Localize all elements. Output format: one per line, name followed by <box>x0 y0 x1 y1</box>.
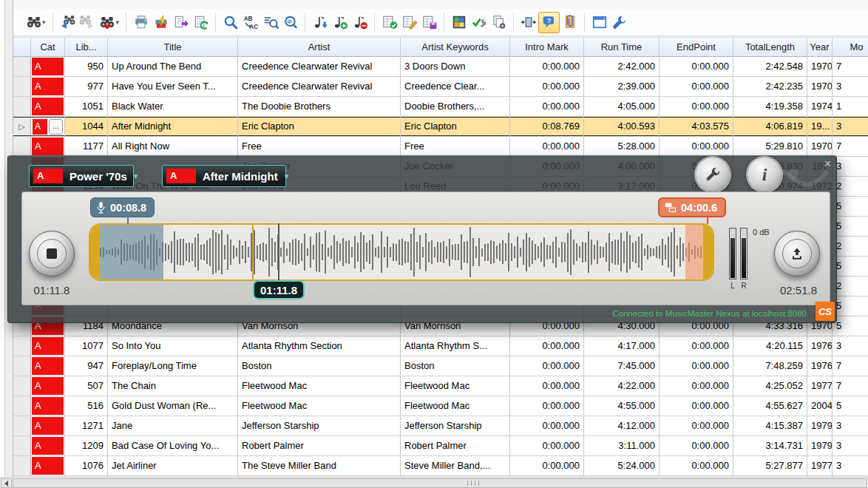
query-search-icon[interactable] <box>260 13 280 33</box>
tools-icon[interactable] <box>609 13 629 33</box>
fuzzy-search-icon[interactable]: ≈ <box>280 13 300 33</box>
eject-button[interactable] <box>774 231 820 277</box>
cell-lib: 1209 <box>65 436 108 456</box>
table-row[interactable]: A1271JaneJefferson StarshipJefferson Sta… <box>13 416 868 436</box>
cell-artist: Eric Clapton <box>238 117 401 137</box>
cell-title: So Into You <box>108 336 238 356</box>
cell-artist: The Steve Miller Band <box>238 456 401 476</box>
cell-mo: 5 <box>833 296 868 316</box>
category-badge: A <box>32 78 64 95</box>
zoom-search-icon[interactable] <box>220 13 240 33</box>
cell-intro: 0:00.000 <box>510 376 584 396</box>
table-row[interactable]: A947Foreplay/Long TimeBostonBoston0:00.0… <box>13 356 868 376</box>
attachment-icon[interactable] <box>560 13 580 33</box>
table-row-selected[interactable]: ▷A...1044After MidnightEric ClaptonEric … <box>13 117 868 137</box>
export-icon[interactable] <box>171 13 191 33</box>
find-favorites-icon[interactable] <box>98 13 118 33</box>
nexus-status-text: Connected to MusicMaster Nexus at localh… <box>612 309 807 318</box>
scrollbar-thumb[interactable] <box>13 478 867 488</box>
cell-year: 19... <box>807 117 833 137</box>
table-row[interactable]: A977Have You Ever Seen T...Creedence Cle… <box>13 77 868 97</box>
column-header-end[interactable]: EndPoint <box>660 37 733 57</box>
song-analysis-icon[interactable]: ? <box>538 12 560 33</box>
grid-verify-icon[interactable] <box>379 13 399 33</box>
playhead-line[interactable] <box>278 223 279 281</box>
replace-icon[interactable]: ABAC <box>240 13 260 33</box>
find-icon[interactable] <box>24 13 44 33</box>
print-icon[interactable] <box>131 13 151 33</box>
waveform[interactable] <box>89 223 714 281</box>
meter-fill <box>730 238 735 278</box>
dropdown-caret-icon[interactable]: ▾ <box>116 18 120 26</box>
field-width-icon[interactable] <box>518 13 538 33</box>
horizontal-scrollbar[interactable] <box>0 477 868 488</box>
scroll-left-button[interactable] <box>1 478 12 488</box>
column-header-run[interactable]: Run Time <box>584 37 660 57</box>
column-header-artist[interactable]: Artist <box>238 37 401 57</box>
intro-mark-badge[interactable]: 00:08.8 <box>90 197 155 217</box>
table-row[interactable]: A516Gold Dust Woman (Re...Fleetwood MacF… <box>13 396 868 416</box>
table-row[interactable]: A507The ChainFleetwood MacFleetwood Mac0… <box>13 376 868 396</box>
dropdown-caret-icon[interactable]: ▾ <box>42 18 46 26</box>
cell-mo: 1 <box>833 97 868 117</box>
color-palette-icon[interactable] <box>449 13 469 33</box>
grid-save-icon[interactable] <box>419 13 439 33</box>
toolbar: ▾▾ABAC≈? <box>13 9 868 36</box>
column-header-year[interactable]: Year <box>807 37 833 57</box>
song-dropdown[interactable]: A After Midnight ▾ <box>162 165 286 187</box>
column-header-total[interactable]: TotalLength <box>733 37 807 57</box>
library-window-icon[interactable] <box>589 13 609 33</box>
end-mark-badge[interactable]: 04:00.6 <box>658 197 726 217</box>
audio-download-icon[interactable] <box>310 13 330 33</box>
current-row-arrow-icon: ▷ <box>18 122 24 131</box>
cell-end: 0:00.000 <box>660 336 733 356</box>
table-row[interactable]: A1077So Into YouAtlanta Rhythm SectionAt… <box>13 336 868 356</box>
cell-title: Up Around The Bend <box>108 57 238 77</box>
category-edit-button[interactable]: ... <box>49 119 63 135</box>
grid-edit-icon[interactable] <box>399 13 419 33</box>
cell-total: 2:42.235 <box>733 77 807 97</box>
row-selector-cell <box>13 456 31 476</box>
table-row[interactable]: A1209Bad Case Of Loving Yo...Robert Palm… <box>13 436 868 456</box>
cell-title: Have You Ever Seen T... <box>108 77 238 97</box>
player-settings-button[interactable] <box>696 157 730 192</box>
category-dropdown[interactable]: A Power '70s ▾ <box>29 165 134 187</box>
category-cell: A <box>31 396 65 416</box>
intro-mark-stem <box>127 217 129 224</box>
find-previous-icon[interactable] <box>58 13 78 33</box>
column-header-mo[interactable]: Mo <box>833 37 868 57</box>
left-panel-edge <box>0 0 5 488</box>
row-selector-cell <box>13 376 31 396</box>
cell-intro: 0:00.000 <box>510 416 584 436</box>
info-icon: i <box>762 166 767 183</box>
cell-keywords: Creedence Clear... <box>401 77 510 97</box>
player-info-button[interactable]: i <box>747 157 781 192</box>
column-header-keywords[interactable]: Artist Keywords <box>401 37 510 57</box>
close-icon[interactable]: × <box>824 158 831 170</box>
cell-end: 0:00.000 <box>660 57 733 77</box>
table-row[interactable]: A1076Jet AirlinerThe Steve Miller BandSt… <box>13 456 868 476</box>
cell-year: 1976 <box>807 336 833 356</box>
copy-settings-icon[interactable] <box>489 13 509 33</box>
playhead-position-badge[interactable]: 01:11.8 <box>253 280 305 299</box>
column-header-title[interactable]: Title <box>108 37 238 57</box>
cell-mo: 3 <box>833 436 868 456</box>
print-design-icon[interactable] <box>151 13 171 33</box>
column-header-cat[interactable]: Cat <box>31 37 65 57</box>
table-row[interactable]: A950Up Around The BendCreedence Clearwat… <box>13 57 868 77</box>
cell-lib: 1044 <box>65 117 108 137</box>
cell-year: 1970 <box>807 77 833 97</box>
stop-button[interactable] <box>29 231 75 277</box>
table-row[interactable]: A1051Black WaterThe Doobie BrothersDoobi… <box>13 97 868 117</box>
table-row[interactable]: A1177All Right NowFreeFree0:00.0005:28.0… <box>13 137 868 157</box>
validate-icon[interactable] <box>469 13 489 33</box>
audio-add-icon[interactable] <box>330 13 350 33</box>
cell-year: 2004 <box>807 396 833 416</box>
column-header-lib[interactable]: Lib... <box>65 37 108 57</box>
column-header-sel[interactable] <box>13 37 31 57</box>
refresh-grid-icon[interactable] <box>191 13 211 33</box>
find-next-icon[interactable] <box>78 13 98 33</box>
column-header-intro[interactable]: Intro Mark <box>510 37 584 57</box>
audio-remove-icon[interactable] <box>350 13 370 33</box>
cell-keywords: Steve Miller Band,... <box>401 456 510 476</box>
